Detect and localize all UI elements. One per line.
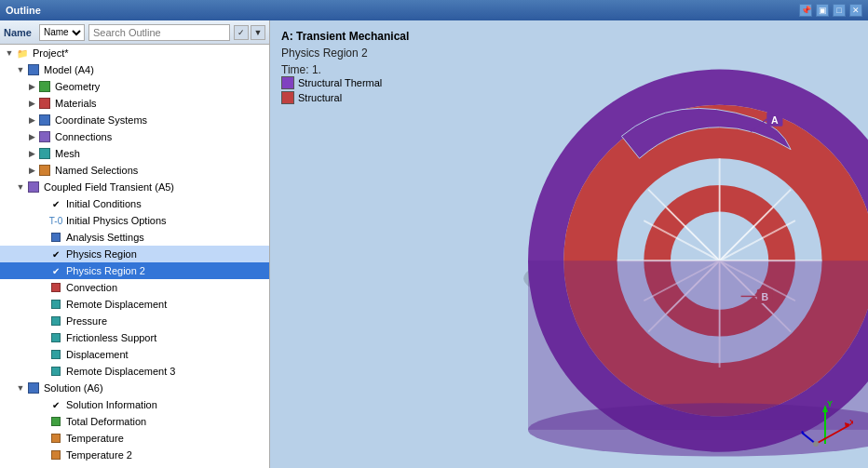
- total-def-icon: [48, 414, 63, 429]
- conn-icon: [37, 129, 52, 144]
- expand-mesh[interactable]: ▶: [26, 148, 37, 159]
- tree-item-temp2[interactable]: Temperature 2: [0, 447, 269, 463]
- mesh-icon: [37, 146, 52, 161]
- toolbar-icons: ✓ ▼: [234, 25, 265, 40]
- frictionless-icon: [48, 330, 63, 345]
- phys2-label: Physics Region 2: [66, 265, 145, 276]
- solution-icon: [26, 381, 41, 395]
- close-button[interactable]: ✕: [849, 4, 862, 17]
- disp-label: Displacement: [66, 349, 129, 360]
- tree-item-model[interactable]: ▼ Model (A4): [0, 61, 269, 78]
- remote1-icon: [48, 297, 63, 312]
- tree-item-connections[interactable]: ▶ Connections: [0, 128, 269, 145]
- tree-area[interactable]: ▼ 📁 Project* ▼ Model (A4) ▶ Geometry ▶ M…: [0, 45, 269, 468]
- coord-icon: [37, 113, 52, 127]
- named-icon: [37, 163, 52, 178]
- conn-label: Connections: [55, 131, 112, 142]
- dock-button[interactable]: ▣: [816, 4, 829, 17]
- conv-icon: [48, 280, 63, 295]
- tree-item-ic[interactable]: ✔ Initial Conditions: [0, 195, 269, 212]
- phys1-label: Physics Region: [66, 248, 137, 260]
- svg-text:X: X: [849, 418, 853, 427]
- expand-solution[interactable]: ▼: [15, 382, 26, 394]
- coupled-icon: [26, 180, 41, 194]
- pressure-icon: [48, 314, 63, 328]
- model-icon: [26, 62, 41, 77]
- tree-item-total-def[interactable]: Total Deformation: [0, 413, 269, 430]
- titlebar-controls: 📌 ▣ □ ✕: [799, 4, 862, 17]
- expand-remote1: [37, 299, 48, 310]
- tree-item-remote3[interactable]: Remote Displacement 3: [0, 363, 269, 380]
- pin-button[interactable]: 📌: [799, 4, 812, 17]
- outline-toolbar: Name Name ✓ ▼: [0, 20, 269, 45]
- disp-icon: [48, 347, 63, 362]
- materials-icon: [37, 96, 52, 111]
- ipo-label: Initial Physics Options: [66, 215, 167, 226]
- coord-label: Coordinate Systems: [55, 114, 147, 126]
- remote3-icon: [48, 364, 63, 379]
- geometry-label: Geometry: [55, 81, 100, 92]
- tree-item-solution[interactable]: ▼ Solution (A6): [0, 380, 269, 396]
- named-label: Named Selections: [55, 165, 138, 176]
- temp2-label: Temperature 2: [66, 449, 132, 461]
- expand-conn[interactable]: ▶: [26, 131, 37, 142]
- expand-analysis: [37, 232, 48, 243]
- coupled-label: Coupled Field Transient (A5): [44, 181, 174, 193]
- coord-axis: Y X: [797, 397, 853, 453]
- name-dropdown[interactable]: Name: [39, 24, 85, 41]
- analysis-label: Analysis Settings: [66, 232, 144, 243]
- expand-coord[interactable]: ▶: [26, 114, 37, 126]
- search-input[interactable]: [88, 24, 230, 41]
- expand-model[interactable]: ▼: [15, 64, 26, 75]
- tree-item-mesh[interactable]: ▶ Mesh: [0, 145, 269, 162]
- mesh-label: Mesh: [55, 148, 80, 159]
- viewport-panel: A: Transient Mechanical Physics Region 2…: [270, 20, 868, 468]
- tree-item-sol-info[interactable]: ✔ Solution Information: [0, 396, 269, 413]
- tree-item-displacement[interactable]: Displacement: [0, 346, 269, 363]
- expand-project[interactable]: ▼: [4, 47, 15, 59]
- expand-coupled[interactable]: ▼: [15, 181, 26, 193]
- expand-temp: [37, 433, 48, 444]
- tree-item-frictionless[interactable]: Frictionless Support: [0, 329, 269, 346]
- expand-temp2: [37, 449, 48, 461]
- frictionless-label: Frictionless Support: [66, 332, 156, 343]
- geometry-icon: [37, 79, 52, 94]
- tree-item-project[interactable]: ▼ 📁 Project*: [0, 45, 269, 61]
- expand-materials[interactable]: ▶: [26, 98, 37, 109]
- expand-geometry[interactable]: ▶: [26, 81, 37, 92]
- tree-item-geometry[interactable]: ▶ Geometry: [0, 78, 269, 95]
- tree-item-ipo[interactable]: T-0 Initial Physics Options: [0, 212, 269, 229]
- tree-item-coupled[interactable]: ▼ Coupled Field Transient (A5): [0, 179, 269, 195]
- expand-named[interactable]: ▶: [26, 165, 37, 176]
- tree-item-coord[interactable]: ▶ Coordinate Systems: [0, 112, 269, 128]
- tree-item-phys2[interactable]: ✔ Physics Region 2: [0, 262, 269, 279]
- sol-info-icon: ✔: [48, 397, 63, 412]
- check-icon[interactable]: ✓: [234, 25, 249, 40]
- analysis-icon: [48, 230, 63, 245]
- pressure-label: Pressure: [66, 315, 107, 327]
- remote1-label: Remote Displacement: [66, 299, 167, 310]
- tree-item-pressure[interactable]: Pressure: [0, 313, 269, 329]
- expand-disp: [37, 349, 48, 360]
- tree-item-temp[interactable]: Temperature: [0, 430, 269, 447]
- project-label: Project*: [33, 47, 69, 59]
- dropdown-icon[interactable]: ▼: [251, 25, 265, 40]
- tree-item-materials[interactable]: ▶ Materials: [0, 95, 269, 112]
- svg-point-34: [813, 441, 819, 447]
- expand-frictionless: [37, 332, 48, 343]
- expand-ic: [37, 198, 48, 209]
- tree-item-phys1[interactable]: ✔ Physics Region: [0, 246, 269, 262]
- temp2-icon: [48, 448, 63, 462]
- tree-item-analysis[interactable]: Analysis Settings: [0, 229, 269, 246]
- tree-item-named[interactable]: ▶ Named Selections: [0, 162, 269, 179]
- materials-label: Materials: [55, 98, 97, 109]
- remote3-label: Remote Displacement 3: [66, 366, 175, 377]
- model-label: Model (A4): [44, 64, 94, 75]
- svg-text:Y: Y: [827, 399, 833, 408]
- outline-title: Outline: [6, 5, 41, 16]
- tree-item-remote1[interactable]: Remote Displacement: [0, 296, 269, 313]
- tree-item-convection[interactable]: Convection: [0, 279, 269, 296]
- svg-line-29: [816, 425, 849, 444]
- float-button[interactable]: □: [833, 4, 846, 17]
- outline-titlebar: Outline 📌 ▣ □ ✕: [0, 0, 868, 20]
